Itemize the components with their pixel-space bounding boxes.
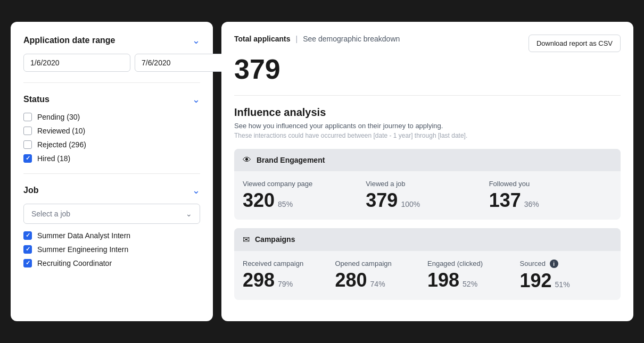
job-item-1-label: Summer Engineering Intern <box>37 245 128 254</box>
right-panel: Total applicants | See demographic break… <box>221 22 633 322</box>
job-item-0-checkbox[interactable] <box>23 231 32 240</box>
job-item-1[interactable]: Summer Engineering Intern <box>23 245 200 254</box>
campaign-metric-3-label: Sourced i <box>520 260 613 269</box>
start-date-input[interactable] <box>23 54 130 72</box>
brand-metric-0-pct: 85% <box>278 200 293 208</box>
status-title: Status <box>23 95 49 104</box>
brand-engagement-card-header: 👁 Brand Engagement <box>234 149 621 171</box>
job-select-placeholder: Select a job <box>31 210 70 218</box>
brand-metric-0: Viewed company page 320 85% <box>243 180 366 210</box>
brand-engagement-card: 👁 Brand Engagement Viewed company page 3… <box>234 149 621 220</box>
job-select-chevron-icon: ⌄ <box>186 210 192 218</box>
left-panel: Application date range ⌄ Status ⌄ Pendin… <box>11 22 213 322</box>
campaign-metric-0-value-row: 298 79% <box>243 271 335 290</box>
status-section: Status ⌄ Pending (30) Reviewed (10) Reje… <box>23 94 200 174</box>
status-hired-label: Hired (18) <box>37 154 70 163</box>
pipe-divider: | <box>296 35 298 43</box>
brand-metric-1-value: 379 <box>366 191 398 210</box>
right-header: Total applicants | See demographic break… <box>234 35 621 52</box>
brand-metric-2-value: 137 <box>489 191 521 210</box>
date-range-chevron-icon[interactable]: ⌄ <box>192 35 200 46</box>
job-item-0-label: Summer Data Analyst Intern <box>37 231 130 240</box>
job-item-2[interactable]: Recruiting Coordinator <box>23 259 200 267</box>
campaign-metric-0: Received campaign 298 79% <box>243 260 335 291</box>
status-header: Status ⌄ <box>23 94 200 105</box>
brand-metric-0-value-row: 320 85% <box>243 191 366 210</box>
date-range-section: Application date range ⌄ <box>23 35 200 83</box>
campaigns-card: ✉ Campaigns Received campaign 298 79% Op… <box>234 228 621 300</box>
date-range-title: Application date range <box>23 36 115 45</box>
status-reviewed-checkbox[interactable] <box>23 127 32 135</box>
header-left: Total applicants | See demographic break… <box>234 35 400 43</box>
status-pending-label: Pending (30) <box>37 113 80 121</box>
job-title: Job <box>23 186 38 195</box>
main-container: Application date range ⌄ Status ⌄ Pendin… <box>11 22 633 322</box>
campaign-metric-2-pct: 52% <box>463 280 477 288</box>
campaigns-body: Received campaign 298 79% Opened campaig… <box>234 251 621 300</box>
job-section: Job ⌄ Select a job ⌄ Summer Data Analyst… <box>23 185 200 267</box>
brand-metric-1-pct: 100% <box>401 200 420 208</box>
campaign-metric-2-value-row: 198 52% <box>427 271 520 290</box>
job-list: Summer Data Analyst Intern Summer Engine… <box>23 231 200 267</box>
campaign-metric-1-value: 280 <box>335 271 367 290</box>
total-applicants-number: 379 <box>234 54 621 85</box>
brand-metric-1-value-row: 379 100% <box>366 191 489 210</box>
brand-metric-1-label: Viewed a job <box>366 180 489 188</box>
campaign-metric-0-label: Received campaign <box>243 260 335 267</box>
campaign-metric-3: Sourced i 192 51% <box>520 260 613 291</box>
brand-metric-2-pct: 36% <box>524 200 539 208</box>
demographic-link[interactable]: See demographic breakdown <box>303 35 400 43</box>
campaign-metric-2: Engaged (clicked) 198 52% <box>427 260 520 291</box>
eye-icon: 👁 <box>243 155 251 165</box>
campaigns-card-header: ✉ Campaigns <box>234 228 621 251</box>
status-rejected[interactable]: Rejected (296) <box>23 140 200 149</box>
campaign-metric-3-value: 192 <box>520 271 552 290</box>
sourced-info-icon[interactable]: i <box>550 260 558 268</box>
brand-metric-1: Viewed a job 379 100% <box>366 180 489 210</box>
brand-metric-0-label: Viewed company page <box>243 180 366 188</box>
status-pending[interactable]: Pending (30) <box>23 113 200 121</box>
status-chevron-icon[interactable]: ⌄ <box>192 94 200 105</box>
brand-engagement-body: Viewed company page 320 85% Viewed a job… <box>234 171 621 220</box>
campaign-metric-1-label: Opened campaign <box>335 260 428 267</box>
status-rejected-label: Rejected (296) <box>37 140 86 149</box>
status-reviewed-label: Reviewed (10) <box>37 127 85 135</box>
influence-title: Influence analysis <box>234 106 621 119</box>
campaign-metric-1-pct: 74% <box>370 280 385 288</box>
status-rejected-checkbox[interactable] <box>23 140 32 149</box>
campaign-metric-3-value-row: 192 51% <box>520 271 613 290</box>
download-csv-button[interactable]: Download report as CSV <box>529 35 621 52</box>
influence-sub-note: These interactions could have occurred b… <box>234 132 621 139</box>
brand-engagement-title: Brand Engagement <box>257 156 325 164</box>
job-header: Job ⌄ <box>23 185 200 196</box>
brand-metric-2-label: Followed you <box>489 180 612 188</box>
right-panel-divider <box>234 95 621 96</box>
job-item-2-checkbox[interactable] <box>23 259 32 267</box>
campaign-metric-3-pct: 51% <box>555 280 570 289</box>
status-reviewed[interactable]: Reviewed (10) <box>23 127 200 135</box>
campaign-metric-1-value-row: 280 74% <box>335 271 428 290</box>
status-pending-checkbox[interactable] <box>23 113 32 121</box>
total-applicants-label: Total applicants <box>234 35 291 43</box>
date-range-row <box>23 54 200 72</box>
date-range-header: Application date range ⌄ <box>23 35 200 46</box>
status-hired[interactable]: Hired (18) <box>23 154 200 163</box>
brand-metric-2: Followed you 137 36% <box>489 180 612 210</box>
campaigns-title: Campaigns <box>255 235 295 244</box>
campaign-metric-1: Opened campaign 280 74% <box>335 260 428 291</box>
job-chevron-icon[interactable]: ⌄ <box>192 185 200 196</box>
brand-metric-2-value-row: 137 36% <box>489 191 612 210</box>
brand-metric-0-value: 320 <box>243 191 275 210</box>
job-item-2-label: Recruiting Coordinator <box>37 259 112 267</box>
job-select-dropdown[interactable]: Select a job ⌄ <box>23 204 200 224</box>
campaign-metric-0-value: 298 <box>243 271 275 290</box>
campaign-metric-2-label: Engaged (clicked) <box>427 260 520 267</box>
job-item-0[interactable]: Summer Data Analyst Intern <box>23 231 200 240</box>
influence-description: See how you influenced your applicants o… <box>234 122 621 130</box>
campaign-metric-0-pct: 79% <box>278 280 293 288</box>
job-item-1-checkbox[interactable] <box>23 245 32 254</box>
status-hired-checkbox[interactable] <box>23 154 32 163</box>
envelope-icon: ✉ <box>243 235 250 245</box>
campaign-metric-2-value: 198 <box>427 271 459 290</box>
